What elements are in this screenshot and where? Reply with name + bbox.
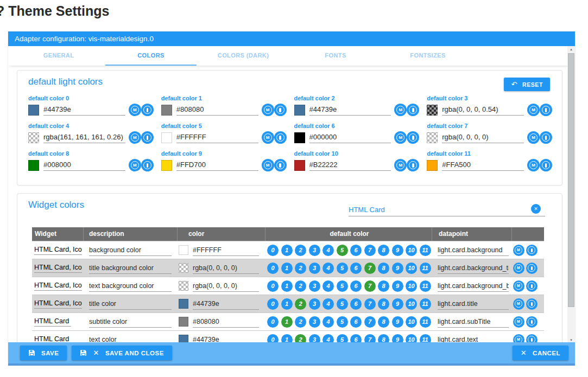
material-palette-button[interactable]: M xyxy=(513,298,524,310)
default-color-chip-8[interactable]: 8 xyxy=(378,298,389,310)
default-color-chip-1[interactable]: 1 xyxy=(281,280,293,292)
default-color-chip-11[interactable]: 11 xyxy=(420,298,431,310)
color-swatch[interactable] xyxy=(179,245,188,255)
invert-color-button[interactable] xyxy=(540,131,552,144)
datapoint-input[interactable]: light.card.background_title xyxy=(438,263,509,274)
default-color-chip-3[interactable]: 3 xyxy=(309,316,320,328)
invert-color-button[interactable] xyxy=(274,104,287,116)
color-value-input[interactable]: #000000 xyxy=(309,132,391,143)
dialog-scrollbar[interactable]: ▴ ▾ xyxy=(567,46,575,343)
default-color-chip-10[interactable]: 10 xyxy=(406,298,417,310)
invert-color-button[interactable] xyxy=(526,245,538,256)
material-palette-button[interactable]: M xyxy=(394,104,407,116)
default-color-chip-0[interactable]: 0 xyxy=(267,316,279,328)
default-color-chip-2[interactable]: 2 xyxy=(295,280,306,292)
default-color-chip-4[interactable]: 4 xyxy=(323,316,334,328)
default-color-chip-5[interactable]: 5 xyxy=(337,316,348,328)
material-palette-button[interactable]: M xyxy=(527,159,540,171)
description-input[interactable]: title color xyxy=(89,298,172,310)
tab-fonts[interactable]: FONTS xyxy=(289,46,382,66)
invert-color-button[interactable] xyxy=(407,104,419,116)
datapoint-input[interactable]: light.card.background xyxy=(438,245,509,256)
default-color-chip-8[interactable]: 8 xyxy=(378,245,389,256)
default-color-chip-8[interactable]: 8 xyxy=(378,263,389,274)
description-input[interactable]: text background color xyxy=(89,280,172,292)
color-value-input[interactable]: #FFA500 xyxy=(442,159,524,171)
default-color-chip-0[interactable]: 0 xyxy=(267,245,279,256)
default-color-chip-7[interactable]: 7 xyxy=(364,245,376,256)
color-value-input[interactable]: #44739e xyxy=(309,104,391,116)
scrollbar-thumb[interactable] xyxy=(568,53,574,307)
default-color-chip-11[interactable]: 11 xyxy=(420,245,431,256)
default-color-chip-3[interactable]: 3 xyxy=(309,298,320,310)
invert-color-button[interactable] xyxy=(274,131,287,144)
color-value-input[interactable]: rgba(0, 0, 0, 0) xyxy=(193,280,259,292)
invert-color-button[interactable] xyxy=(407,131,419,144)
default-color-chip-1[interactable]: 1 xyxy=(281,298,293,310)
invert-color-button[interactable] xyxy=(526,316,538,328)
material-palette-button[interactable]: M xyxy=(262,159,274,171)
invert-color-button[interactable] xyxy=(540,104,552,116)
material-palette-button[interactable]: M xyxy=(262,104,274,116)
material-palette-button[interactable]: M xyxy=(527,104,540,116)
default-color-chip-2[interactable]: 2 xyxy=(295,245,306,256)
default-color-chip-11[interactable]: 11 xyxy=(420,280,431,292)
datapoint-input[interactable]: light.card.background_body xyxy=(438,280,509,292)
invert-color-button[interactable] xyxy=(540,159,552,171)
color-swatch[interactable] xyxy=(427,160,438,171)
default-color-chip-9[interactable]: 9 xyxy=(392,280,403,292)
default-color-chip-3[interactable]: 3 xyxy=(309,280,320,292)
default-color-chip-11[interactable]: 11 xyxy=(420,316,431,328)
color-swatch[interactable] xyxy=(179,281,188,291)
material-palette-button[interactable]: M xyxy=(527,131,540,144)
description-input[interactable]: title background color xyxy=(89,263,172,274)
default-color-chip-4[interactable]: 4 xyxy=(323,280,334,292)
default-color-chip-10[interactable]: 10 xyxy=(406,280,417,292)
color-value-input[interactable]: #FFFFFF xyxy=(193,245,259,256)
color-value-input[interactable]: #44739e xyxy=(43,104,125,116)
color-swatch[interactable] xyxy=(427,132,438,143)
default-color-chip-1[interactable]: 1 xyxy=(281,245,293,256)
scroll-up-arrow-icon[interactable]: ▴ xyxy=(567,46,575,53)
color-swatch[interactable] xyxy=(161,160,172,171)
default-color-chip-8[interactable]: 8 xyxy=(378,280,389,292)
invert-color-button[interactable] xyxy=(407,159,419,171)
material-palette-button[interactable]: M xyxy=(394,159,407,171)
widget-filter-input[interactable]: HTML Card ✕ xyxy=(349,202,545,216)
material-palette-button[interactable]: M xyxy=(394,131,407,144)
datapoint-input[interactable]: light.card.title xyxy=(438,298,509,310)
default-color-chip-6[interactable]: 6 xyxy=(350,245,362,256)
color-swatch[interactable] xyxy=(28,160,39,171)
color-swatch[interactable] xyxy=(294,132,305,143)
material-palette-button[interactable]: M xyxy=(129,104,141,116)
default-color-chip-0[interactable]: 0 xyxy=(267,280,279,292)
save-and-close-button[interactable]: ✕ SAVE AND CLOSE xyxy=(72,346,172,360)
default-color-chip-9[interactable]: 9 xyxy=(392,245,403,256)
color-value-input[interactable]: #008000 xyxy=(43,159,125,171)
color-value-input[interactable]: rgba(0, 0, 0, 0) xyxy=(193,263,259,274)
material-palette-button[interactable]: M xyxy=(129,131,141,144)
default-color-chip-10[interactable]: 10 xyxy=(406,245,417,256)
default-color-chip-4[interactable]: 4 xyxy=(323,298,334,310)
color-swatch[interactable] xyxy=(28,105,39,116)
default-color-chip-6[interactable]: 6 xyxy=(350,263,362,274)
default-color-chip-9[interactable]: 9 xyxy=(392,263,403,274)
material-palette-button[interactable]: M xyxy=(513,280,524,292)
color-value-input[interactable]: #FFD700 xyxy=(176,159,258,171)
tab-general[interactable]: GENERAL xyxy=(12,46,105,66)
default-color-chip-6[interactable]: 6 xyxy=(350,280,362,292)
color-value-input[interactable]: rgba(0, 0, 0, 0) xyxy=(442,132,524,143)
invert-color-button[interactable] xyxy=(526,280,538,292)
default-color-chip-3[interactable]: 3 xyxy=(309,245,320,256)
color-value-input[interactable]: rgba(0, 0, 0, 0.54) xyxy=(442,104,524,116)
default-color-chip-4[interactable]: 4 xyxy=(323,263,334,274)
color-value-input[interactable]: #808080 xyxy=(193,316,259,328)
default-color-chip-1[interactable]: 1 xyxy=(281,316,293,328)
color-swatch[interactable] xyxy=(161,132,172,143)
default-color-chip-3[interactable]: 3 xyxy=(309,263,320,274)
tab-colors-dark[interactable]: COLORS (DARK) xyxy=(197,46,289,66)
default-color-chip-5[interactable]: 5 xyxy=(337,245,348,256)
default-color-chip-2[interactable]: 2 xyxy=(295,298,306,310)
default-color-chip-5[interactable]: 5 xyxy=(337,280,348,292)
reset-button[interactable]: ↶ RESET xyxy=(504,78,550,91)
